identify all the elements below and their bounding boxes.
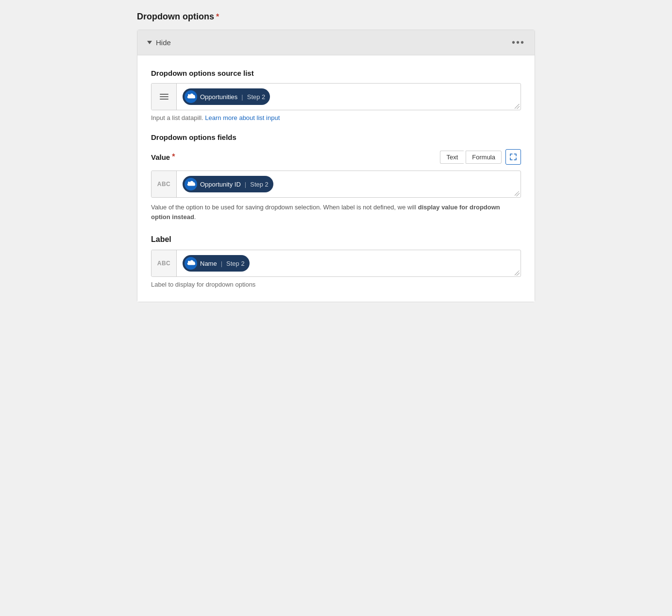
abc-label-2: ABC bbox=[157, 260, 171, 267]
toggle-group: Text Formula bbox=[440, 149, 521, 165]
opportunities-pill-name: Opportunities bbox=[200, 93, 237, 101]
formula-toggle-button[interactable]: Formula bbox=[466, 151, 502, 164]
collapse-left: Hide bbox=[147, 38, 171, 47]
value-title: Value * bbox=[151, 153, 175, 161]
label-title: Label bbox=[151, 235, 521, 244]
page-title: Dropdown options bbox=[137, 12, 214, 22]
salesforce-icon bbox=[185, 90, 197, 103]
collapse-label: Hide bbox=[156, 38, 171, 47]
value-input[interactable]: ABC Opportunity ID | Step 2 bbox=[151, 171, 521, 198]
opportunities-datapill[interactable]: Opportunities | Step 2 bbox=[183, 88, 270, 105]
hamburger-icon bbox=[160, 94, 168, 100]
value-input-content: Opportunity ID | Step 2 bbox=[177, 171, 521, 197]
value-description: Value of the option to be used for savin… bbox=[151, 203, 521, 222]
salesforce-icon-2 bbox=[185, 178, 197, 190]
opportunity-id-pill-step: Step 2 bbox=[250, 181, 269, 188]
resize-handle-3[interactable] bbox=[515, 271, 520, 275]
name-datapill[interactable]: Name | Step 2 bbox=[183, 255, 250, 272]
value-required-star: * bbox=[172, 153, 175, 161]
value-header-row: Value * Text Formula bbox=[151, 149, 521, 165]
dropdown-options-card: Hide ••• Dropdown options source list bbox=[137, 30, 535, 302]
abc-label: ABC bbox=[157, 181, 171, 188]
fields-section-title: Dropdown options fields bbox=[151, 133, 521, 141]
opportunities-pill-step: Step 2 bbox=[247, 93, 266, 101]
hamburger-icon-container bbox=[151, 84, 177, 110]
learn-more-link[interactable]: Learn more about list input bbox=[205, 114, 280, 121]
value-section: Value * Text Formula bbox=[151, 149, 521, 222]
required-star: * bbox=[216, 13, 219, 21]
collapse-header[interactable]: Hide ••• bbox=[137, 30, 535, 55]
expand-button[interactable] bbox=[505, 149, 521, 165]
label-input-content: Name | Step 2 bbox=[177, 250, 521, 276]
opportunity-id-datapill[interactable]: Opportunity ID | Step 2 bbox=[183, 176, 273, 192]
more-options-button[interactable]: ••• bbox=[512, 37, 525, 48]
resize-handle-2[interactable] bbox=[515, 191, 520, 196]
source-list-helper: Input a list datapill. Learn more about … bbox=[151, 114, 521, 121]
chevron-down-icon bbox=[147, 41, 152, 44]
opportunity-id-pill-name: Opportunity ID bbox=[200, 181, 241, 188]
abc-label-container: ABC bbox=[151, 250, 177, 276]
name-pill-step: Step 2 bbox=[226, 260, 245, 267]
source-list-input[interactable]: Opportunities | Step 2 bbox=[151, 83, 521, 110]
name-pill-name: Name bbox=[200, 260, 217, 267]
label-input[interactable]: ABC Name | Step 2 bbox=[151, 250, 521, 277]
resize-handle[interactable] bbox=[515, 104, 520, 109]
label-section: Label ABC Name | bbox=[151, 235, 521, 288]
source-list-content: Opportunities | Step 2 bbox=[177, 84, 521, 110]
salesforce-icon-3 bbox=[185, 257, 197, 270]
text-toggle-button[interactable]: Text bbox=[440, 151, 464, 164]
source-list-title: Dropdown options source list bbox=[151, 69, 521, 77]
abc-icon-container: ABC bbox=[151, 171, 177, 197]
label-helper: Label to display for dropdown options bbox=[151, 281, 521, 288]
card-body: Dropdown options source list bbox=[137, 55, 535, 302]
